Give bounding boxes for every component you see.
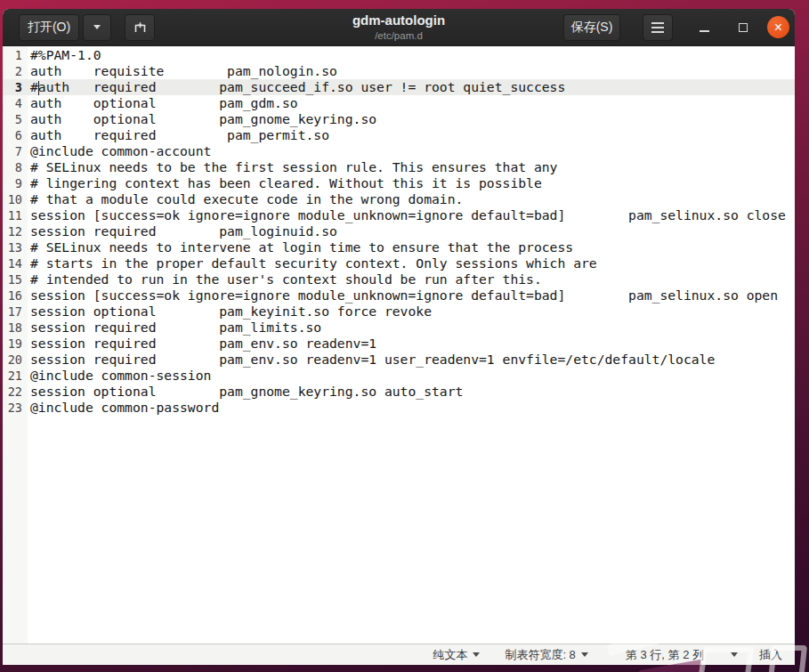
doc-type-label: 纯文本: [433, 647, 467, 663]
cursor-position-label: 第 3 行, 第 2 列: [626, 647, 704, 663]
code-line[interactable]: 1#%PAM-1.0: [3, 47, 795, 63]
code-line[interactable]: 13# SELinux needs to intervene at login …: [3, 239, 795, 255]
line-text: @include common-account: [30, 143, 211, 159]
line-number: 13: [3, 239, 22, 255]
line-number: 11: [3, 207, 22, 223]
line-text: session optional pam_gnome_keyring.so au…: [30, 384, 463, 400]
code-line[interactable]: 15# intended to run in the user's contex…: [3, 271, 795, 287]
line-number: 20: [3, 352, 22, 368]
close-icon: ×: [774, 16, 782, 38]
new-document-button[interactable]: [125, 14, 155, 41]
tab-width-label: 制表符宽度: 8: [505, 647, 575, 663]
chevron-down-icon: [473, 652, 480, 657]
line-text: auth optional pam_gdm.so: [30, 95, 298, 111]
code-line[interactable]: 16session [success=ok ignore=ignore modu…: [3, 287, 795, 304]
maximize-icon: [739, 23, 748, 32]
minimize-icon: [700, 30, 709, 32]
menu-button[interactable]: [643, 14, 673, 41]
line-number: 8: [3, 159, 22, 175]
open-button[interactable]: 打开(O): [19, 14, 79, 41]
chevron-down-icon: [581, 652, 588, 657]
code-line[interactable]: 20session required pam_env.so readenv=1 …: [3, 352, 795, 368]
maximize-button[interactable]: [737, 21, 749, 34]
insert-mode-toggle[interactable]: 插入: [759, 647, 782, 663]
line-number: 21: [3, 368, 22, 384]
line-text: # lingering context has been cleared. Wi…: [30, 175, 542, 191]
save-button[interactable]: 保存(S): [563, 14, 620, 41]
code-line[interactable]: 6auth required pam_permit.so: [3, 127, 795, 143]
line-text: session [success=ok ignore=ignore module…: [30, 207, 786, 223]
code-line[interactable]: 17session optional pam_keyinit.so force …: [3, 304, 795, 320]
code-line[interactable]: 8# SELinux needs to be the first session…: [3, 159, 795, 175]
document-path: /etc/pam.d: [352, 29, 445, 42]
code-line[interactable]: 3#auth required pam_succeed_if.so user !…: [3, 79, 795, 95]
code-line[interactable]: 2auth requisite pam_nologin.so: [3, 63, 795, 79]
line-number: 19: [3, 336, 22, 352]
code-line[interactable]: 14# starts in the proper default securit…: [3, 255, 795, 271]
code-line[interactable]: 19session required pam_env.so readenv=1: [3, 336, 795, 352]
line-number: 2: [3, 63, 22, 79]
line-number: 5: [3, 111, 22, 127]
gedit-window: 打开(O) gdm-autologin /etc/pam.d 保存(S): [3, 9, 795, 665]
line-text: # starts in the proper default security …: [30, 255, 597, 271]
tab-width-button[interactable]: 制表符宽度: 8: [505, 647, 587, 663]
line-text: #%PAM-1.0: [30, 47, 101, 63]
code-lines: 1#%PAM-1.02auth requisite pam_nologin.so…: [3, 47, 795, 416]
hamburger-icon: [651, 22, 664, 33]
line-text: # intended to run in the user's context …: [30, 271, 542, 287]
line-text: session optional pam_keyinit.so force re…: [30, 304, 432, 320]
minimize-button[interactable]: [698, 21, 710, 34]
line-text: session required pam_loginuid.so: [30, 223, 337, 239]
window-title-block: gdm-autologin /etc/pam.d: [352, 12, 445, 42]
line-text: session [success=ok ignore=ignore module…: [30, 287, 778, 304]
line-text: # SELinux needs to be the first session …: [30, 159, 557, 175]
line-text: session required pam_env.so readenv=1 us…: [30, 352, 715, 368]
line-text: auth optional pam_gnome_keyring.so: [30, 111, 376, 127]
titlebar: 打开(O) gdm-autologin /etc/pam.d 保存(S): [3, 9, 795, 46]
open-dropdown-button[interactable]: [83, 14, 111, 41]
cursor-position-button[interactable]: 第 3 行, 第 2 列: [626, 647, 704, 663]
line-number: 16: [3, 287, 22, 304]
code-line[interactable]: 9# lingering context has been cleared. W…: [3, 175, 795, 191]
text-cursor: [38, 81, 39, 95]
code-line[interactable]: 21@include common-session: [3, 368, 795, 384]
code-line[interactable]: 18session required pam_limits.so: [3, 320, 795, 336]
code-line[interactable]: 22session optional pam_gnome_keyring.so …: [3, 384, 795, 400]
line-number: 22: [3, 384, 22, 400]
doc-type-button[interactable]: 纯文本: [433, 647, 480, 663]
status-bar: 纯文本 制表符宽度: 8 第 3 行, 第 2 列 插入: [3, 644, 795, 665]
line-number: 1: [3, 47, 22, 63]
code-line[interactable]: 11session [success=ok ignore=ignore modu…: [3, 207, 795, 223]
text-editor-area[interactable]: 1#%PAM-1.02auth requisite pam_nologin.so…: [3, 46, 795, 644]
code-line[interactable]: 7@include common-account: [3, 143, 795, 159]
line-text: @include common-password: [30, 400, 219, 416]
desktop: 打开(O) gdm-autologin /etc/pam.d 保存(S): [0, 0, 809, 672]
insert-mode-label: 插入: [759, 647, 782, 663]
line-number: 4: [3, 95, 22, 111]
chevron-down-icon: [93, 25, 101, 29]
line-number: 10: [3, 191, 22, 207]
code-line[interactable]: 23@include common-password: [3, 400, 795, 416]
line-number: 17: [3, 304, 22, 320]
line-number: 12: [3, 223, 22, 239]
line-number: 15: [3, 271, 22, 287]
line-text: auth required pam_permit.so: [30, 127, 329, 143]
chevron-down-icon: [731, 652, 738, 657]
document-title: gdm-autologin: [352, 12, 445, 29]
line-text: session required pam_limits.so: [30, 320, 321, 336]
line-number: 6: [3, 127, 22, 143]
titlebar-right: 保存(S) ×: [563, 14, 795, 41]
code-line[interactable]: 12session required pam_loginuid.so: [3, 223, 795, 239]
code-line[interactable]: 4auth optional pam_gdm.so: [3, 95, 795, 111]
new-document-icon: [133, 20, 148, 35]
code-line[interactable]: 5auth optional pam_gnome_keyring.so: [3, 111, 795, 127]
line-number: 3: [3, 79, 22, 95]
line-text: session required pam_env.so readenv=1: [30, 336, 376, 352]
line-text: #auth required pam_succeed_if.so user !=…: [30, 79, 565, 95]
goto-line-dropdown[interactable]: [731, 652, 738, 657]
code-line[interactable]: 10# that a module could execute code in …: [3, 191, 795, 207]
line-text: auth requisite pam_nologin.so: [30, 63, 337, 79]
line-number: 18: [3, 320, 22, 336]
close-button[interactable]: ×: [767, 16, 789, 38]
line-text: # that a module could execute code in th…: [30, 191, 463, 207]
